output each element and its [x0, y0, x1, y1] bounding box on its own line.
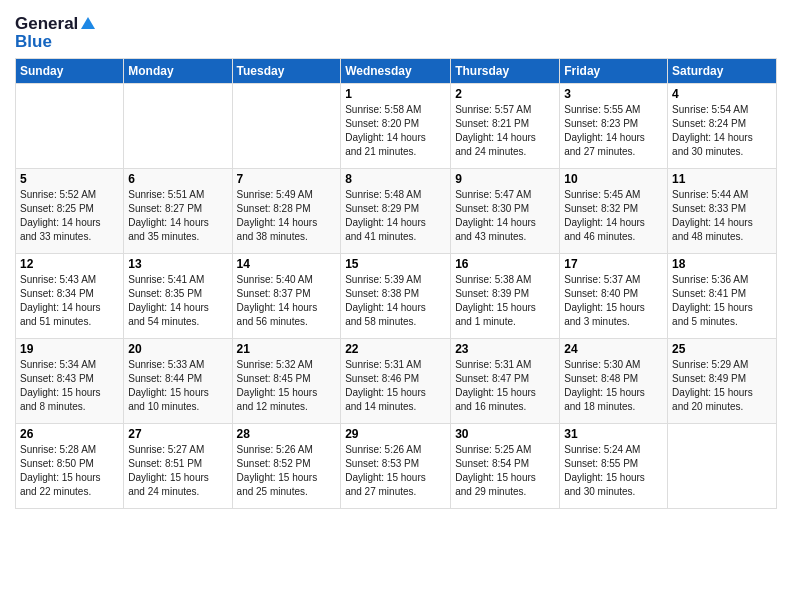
cell-info: Sunrise: 5:32 AM Sunset: 8:45 PM Dayligh… [237, 358, 337, 414]
calendar-cell: 28Sunrise: 5:26 AM Sunset: 8:52 PM Dayli… [232, 424, 341, 509]
date-number: 29 [345, 427, 446, 441]
calendar-cell: 7Sunrise: 5:49 AM Sunset: 8:28 PM Daylig… [232, 169, 341, 254]
date-number: 19 [20, 342, 119, 356]
cell-info: Sunrise: 5:43 AM Sunset: 8:34 PM Dayligh… [20, 273, 119, 329]
date-number: 22 [345, 342, 446, 356]
calendar-cell: 1Sunrise: 5:58 AM Sunset: 8:20 PM Daylig… [341, 84, 451, 169]
calendar-cell: 5Sunrise: 5:52 AM Sunset: 8:25 PM Daylig… [16, 169, 124, 254]
date-number: 7 [237, 172, 337, 186]
date-number: 3 [564, 87, 663, 101]
logo-triangle-icon [81, 17, 95, 29]
page-header: General Blue [15, 10, 777, 52]
calendar-cell: 14Sunrise: 5:40 AM Sunset: 8:37 PM Dayli… [232, 254, 341, 339]
date-number: 11 [672, 172, 772, 186]
date-number: 5 [20, 172, 119, 186]
calendar-cell: 26Sunrise: 5:28 AM Sunset: 8:50 PM Dayli… [16, 424, 124, 509]
calendar-cell: 17Sunrise: 5:37 AM Sunset: 8:40 PM Dayli… [560, 254, 668, 339]
calendar-cell [124, 84, 232, 169]
calendar-cell: 31Sunrise: 5:24 AM Sunset: 8:55 PM Dayli… [560, 424, 668, 509]
cell-info: Sunrise: 5:27 AM Sunset: 8:51 PM Dayligh… [128, 443, 227, 499]
date-number: 28 [237, 427, 337, 441]
cell-info: Sunrise: 5:54 AM Sunset: 8:24 PM Dayligh… [672, 103, 772, 159]
calendar-week-row: 1Sunrise: 5:58 AM Sunset: 8:20 PM Daylig… [16, 84, 777, 169]
cell-info: Sunrise: 5:55 AM Sunset: 8:23 PM Dayligh… [564, 103, 663, 159]
date-number: 21 [237, 342, 337, 356]
cell-info: Sunrise: 5:26 AM Sunset: 8:53 PM Dayligh… [345, 443, 446, 499]
date-number: 12 [20, 257, 119, 271]
calendar-cell: 23Sunrise: 5:31 AM Sunset: 8:47 PM Dayli… [451, 339, 560, 424]
calendar-week-row: 19Sunrise: 5:34 AM Sunset: 8:43 PM Dayli… [16, 339, 777, 424]
date-number: 25 [672, 342, 772, 356]
cell-info: Sunrise: 5:48 AM Sunset: 8:29 PM Dayligh… [345, 188, 446, 244]
date-number: 17 [564, 257, 663, 271]
cell-info: Sunrise: 5:36 AM Sunset: 8:41 PM Dayligh… [672, 273, 772, 329]
calendar-cell: 9Sunrise: 5:47 AM Sunset: 8:30 PM Daylig… [451, 169, 560, 254]
calendar-cell: 29Sunrise: 5:26 AM Sunset: 8:53 PM Dayli… [341, 424, 451, 509]
cell-info: Sunrise: 5:34 AM Sunset: 8:43 PM Dayligh… [20, 358, 119, 414]
cell-info: Sunrise: 5:57 AM Sunset: 8:21 PM Dayligh… [455, 103, 555, 159]
logo-general: General [15, 14, 78, 34]
cell-info: Sunrise: 5:28 AM Sunset: 8:50 PM Dayligh… [20, 443, 119, 499]
calendar-cell: 19Sunrise: 5:34 AM Sunset: 8:43 PM Dayli… [16, 339, 124, 424]
calendar-table: Sunday Monday Tuesday Wednesday Thursday… [15, 58, 777, 509]
date-number: 9 [455, 172, 555, 186]
date-number: 1 [345, 87, 446, 101]
date-number: 18 [672, 257, 772, 271]
calendar-cell: 18Sunrise: 5:36 AM Sunset: 8:41 PM Dayli… [668, 254, 777, 339]
header-sunday: Sunday [16, 59, 124, 84]
date-number: 15 [345, 257, 446, 271]
cell-info: Sunrise: 5:45 AM Sunset: 8:32 PM Dayligh… [564, 188, 663, 244]
cell-info: Sunrise: 5:29 AM Sunset: 8:49 PM Dayligh… [672, 358, 772, 414]
calendar-week-row: 12Sunrise: 5:43 AM Sunset: 8:34 PM Dayli… [16, 254, 777, 339]
calendar-cell: 16Sunrise: 5:38 AM Sunset: 8:39 PM Dayli… [451, 254, 560, 339]
logo-blue: Blue [15, 32, 52, 52]
cell-info: Sunrise: 5:39 AM Sunset: 8:38 PM Dayligh… [345, 273, 446, 329]
calendar-cell: 20Sunrise: 5:33 AM Sunset: 8:44 PM Dayli… [124, 339, 232, 424]
cell-info: Sunrise: 5:49 AM Sunset: 8:28 PM Dayligh… [237, 188, 337, 244]
calendar-cell: 6Sunrise: 5:51 AM Sunset: 8:27 PM Daylig… [124, 169, 232, 254]
calendar-cell: 3Sunrise: 5:55 AM Sunset: 8:23 PM Daylig… [560, 84, 668, 169]
date-number: 6 [128, 172, 227, 186]
calendar-cell: 25Sunrise: 5:29 AM Sunset: 8:49 PM Dayli… [668, 339, 777, 424]
calendar-cell: 30Sunrise: 5:25 AM Sunset: 8:54 PM Dayli… [451, 424, 560, 509]
date-number: 20 [128, 342, 227, 356]
cell-info: Sunrise: 5:40 AM Sunset: 8:37 PM Dayligh… [237, 273, 337, 329]
logo: General Blue [15, 14, 95, 52]
calendar-cell: 4Sunrise: 5:54 AM Sunset: 8:24 PM Daylig… [668, 84, 777, 169]
date-number: 27 [128, 427, 227, 441]
calendar-cell: 2Sunrise: 5:57 AM Sunset: 8:21 PM Daylig… [451, 84, 560, 169]
calendar-cell: 24Sunrise: 5:30 AM Sunset: 8:48 PM Dayli… [560, 339, 668, 424]
header-friday: Friday [560, 59, 668, 84]
cell-info: Sunrise: 5:30 AM Sunset: 8:48 PM Dayligh… [564, 358, 663, 414]
header-wednesday: Wednesday [341, 59, 451, 84]
header-saturday: Saturday [668, 59, 777, 84]
date-number: 13 [128, 257, 227, 271]
date-number: 8 [345, 172, 446, 186]
calendar-cell: 21Sunrise: 5:32 AM Sunset: 8:45 PM Dayli… [232, 339, 341, 424]
cell-info: Sunrise: 5:24 AM Sunset: 8:55 PM Dayligh… [564, 443, 663, 499]
calendar-cell [16, 84, 124, 169]
header-monday: Monday [124, 59, 232, 84]
cell-info: Sunrise: 5:58 AM Sunset: 8:20 PM Dayligh… [345, 103, 446, 159]
calendar-cell: 15Sunrise: 5:39 AM Sunset: 8:38 PM Dayli… [341, 254, 451, 339]
calendar-cell: 11Sunrise: 5:44 AM Sunset: 8:33 PM Dayli… [668, 169, 777, 254]
cell-info: Sunrise: 5:52 AM Sunset: 8:25 PM Dayligh… [20, 188, 119, 244]
calendar-cell [232, 84, 341, 169]
cell-info: Sunrise: 5:26 AM Sunset: 8:52 PM Dayligh… [237, 443, 337, 499]
date-number: 24 [564, 342, 663, 356]
date-number: 31 [564, 427, 663, 441]
calendar-cell: 10Sunrise: 5:45 AM Sunset: 8:32 PM Dayli… [560, 169, 668, 254]
date-number: 16 [455, 257, 555, 271]
header-thursday: Thursday [451, 59, 560, 84]
cell-info: Sunrise: 5:44 AM Sunset: 8:33 PM Dayligh… [672, 188, 772, 244]
calendar-cell: 8Sunrise: 5:48 AM Sunset: 8:29 PM Daylig… [341, 169, 451, 254]
calendar-cell: 22Sunrise: 5:31 AM Sunset: 8:46 PM Dayli… [341, 339, 451, 424]
cell-info: Sunrise: 5:25 AM Sunset: 8:54 PM Dayligh… [455, 443, 555, 499]
cell-info: Sunrise: 5:31 AM Sunset: 8:46 PM Dayligh… [345, 358, 446, 414]
cell-info: Sunrise: 5:33 AM Sunset: 8:44 PM Dayligh… [128, 358, 227, 414]
date-number: 26 [20, 427, 119, 441]
date-number: 23 [455, 342, 555, 356]
calendar-week-row: 26Sunrise: 5:28 AM Sunset: 8:50 PM Dayli… [16, 424, 777, 509]
date-number: 14 [237, 257, 337, 271]
header-tuesday: Tuesday [232, 59, 341, 84]
